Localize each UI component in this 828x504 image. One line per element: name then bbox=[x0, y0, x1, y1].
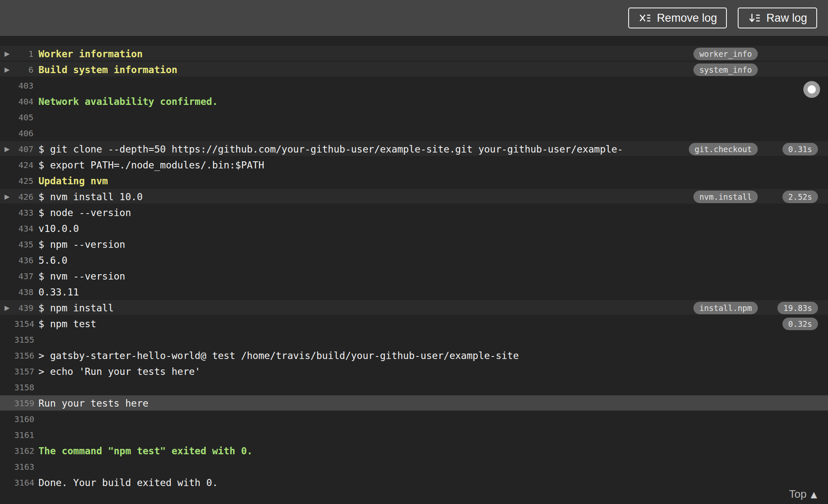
log-line: ▶ 3158 bbox=[0, 379, 828, 395]
line-number[interactable]: 433 bbox=[14, 205, 33, 221]
log-text: > gatsby-starter-hello-world@ test /home… bbox=[38, 348, 828, 364]
line-number[interactable]: 3157 bbox=[14, 364, 33, 379]
line-number[interactable]: 3164 bbox=[14, 475, 33, 491]
log-text: $ node --version bbox=[38, 205, 828, 221]
log-text: > echo 'Run your tests here' bbox=[38, 364, 828, 379]
log-line: ▶ 433 $ node --version bbox=[0, 205, 828, 221]
log-line: ▶ 1 Worker information worker_info bbox=[0, 46, 828, 62]
scroll-marker-icon[interactable] bbox=[803, 81, 820, 98]
line-number[interactable]: 426 bbox=[14, 189, 33, 205]
duration-badge: 0.32s bbox=[782, 318, 818, 330]
fold-name-badge: nvm.install bbox=[693, 191, 758, 203]
log-text: v10.0.0 bbox=[38, 221, 828, 237]
log-text: 0.33.11 bbox=[38, 284, 828, 300]
log-line: ▶ 404 Network availability confirmed. bbox=[0, 94, 828, 109]
log-line: ▶ 435 $ npm --version bbox=[0, 237, 828, 252]
remove-log-button[interactable]: Remove log bbox=[628, 8, 727, 28]
log-line: ▶ 407 $ git clone --depth=50 https://git… bbox=[0, 141, 828, 157]
fold-toggle-icon[interactable]: ▶ bbox=[0, 300, 14, 316]
log-text: $ npm --version bbox=[38, 237, 828, 252]
log-text: Run your tests here bbox=[38, 395, 828, 411]
fold-toggle-icon[interactable]: ▶ bbox=[0, 189, 14, 205]
line-number[interactable]: 3160 bbox=[14, 411, 33, 427]
line-number[interactable]: 406 bbox=[14, 125, 33, 141]
log-line: ▶ 436 5.6.0 bbox=[0, 252, 828, 268]
log-text bbox=[38, 411, 828, 427]
line-number[interactable]: 3156 bbox=[14, 348, 33, 364]
log-line: ▶ 426 $ nvm install 10.0 nvm.install 2.5… bbox=[0, 189, 828, 205]
line-number[interactable]: 403 bbox=[14, 78, 33, 94]
log-text bbox=[38, 332, 828, 348]
duration-badge: 19.83s bbox=[777, 302, 818, 314]
log-line: ▶ 3154 $ npm test 0.32s bbox=[0, 316, 828, 332]
top-link-label: Top bbox=[789, 488, 807, 501]
line-number[interactable]: 424 bbox=[14, 157, 33, 173]
log-text bbox=[38, 379, 828, 395]
caret-up-icon: ▲ bbox=[811, 489, 817, 499]
log-line: ▶ 3156 > gatsby-starter-hello-world@ tes… bbox=[0, 348, 828, 364]
line-number[interactable]: 438 bbox=[14, 284, 33, 300]
log-line: ▶ 3164 Done. Your build exited with 0. bbox=[0, 475, 828, 491]
duration-badge: 0.31s bbox=[782, 143, 818, 155]
line-number[interactable]: 3162 bbox=[14, 443, 33, 459]
fold-toggle-icon[interactable]: ▶ bbox=[0, 62, 14, 78]
line-number[interactable]: 3161 bbox=[14, 427, 33, 443]
log-text: The command "npm test" exited with 0. bbox=[38, 443, 828, 459]
log-line: ▶ 438 0.33.11 bbox=[0, 284, 828, 300]
line-number[interactable]: 3154 bbox=[14, 316, 33, 332]
log-line: ▶ 3160 bbox=[0, 411, 828, 427]
line-number[interactable]: 404 bbox=[14, 94, 33, 109]
line-number[interactable]: 3159 bbox=[14, 395, 33, 411]
log-text: $ npm test bbox=[38, 316, 828, 332]
log-text: $ nvm --version bbox=[38, 268, 828, 284]
log-line: ▶ 3163 bbox=[0, 459, 828, 475]
fold-name-badge: git.checkout bbox=[689, 143, 758, 155]
log-text: $ export PATH=./node_modules/.bin:$PATH bbox=[38, 157, 828, 173]
fold-name-badge: install.npm bbox=[693, 302, 758, 314]
log-line: ▶ 3162 The command "npm test" exited wit… bbox=[0, 443, 828, 459]
line-number[interactable]: 407 bbox=[14, 141, 33, 157]
remove-log-icon bbox=[638, 12, 651, 24]
fold-toggle-icon[interactable]: ▶ bbox=[0, 141, 14, 157]
log-text bbox=[38, 125, 828, 141]
log-line: ▶ 3155 bbox=[0, 332, 828, 348]
line-number[interactable]: 6 bbox=[14, 62, 33, 78]
line-number[interactable]: 425 bbox=[14, 173, 33, 189]
line-number[interactable]: 405 bbox=[14, 109, 33, 125]
line-number[interactable]: 436 bbox=[14, 252, 33, 268]
line-number[interactable]: 439 bbox=[14, 300, 33, 316]
log-toolbar: Remove log Raw log bbox=[0, 0, 828, 36]
line-number[interactable]: 435 bbox=[14, 237, 33, 252]
log-line: ▶ 439 $ npm install install.npm 19.83s bbox=[0, 300, 828, 316]
line-number[interactable]: 434 bbox=[14, 221, 33, 237]
log-lines: ▶ 1 Worker information worker_info ▶ 6 B… bbox=[0, 46, 828, 491]
log-line: ▶ 405 bbox=[0, 109, 828, 125]
line-number[interactable]: 3158 bbox=[14, 379, 33, 395]
raw-log-label: Raw log bbox=[766, 12, 807, 25]
remove-log-label: Remove log bbox=[657, 12, 717, 25]
log-line: ▶ 406 bbox=[0, 125, 828, 141]
line-number[interactable]: 3163 bbox=[14, 459, 33, 475]
raw-log-button[interactable]: Raw log bbox=[738, 8, 817, 28]
log-line: ▶ 434 v10.0.0 bbox=[0, 221, 828, 237]
log-line: ▶ 425 Updating nvm bbox=[0, 173, 828, 189]
log-text: Done. Your build exited with 0. bbox=[38, 475, 828, 491]
log-text bbox=[38, 109, 828, 125]
log-line: ▶ 403 bbox=[0, 78, 828, 94]
fold-name-badge: system_info bbox=[693, 64, 758, 76]
line-number[interactable]: 1 bbox=[14, 46, 33, 62]
log-line: ▶ 424 $ export PATH=./node_modules/.bin:… bbox=[0, 157, 828, 173]
log-line: ▶ 6 Build system information system_info bbox=[0, 62, 828, 78]
fold-toggle-icon[interactable]: ▶ bbox=[0, 46, 14, 62]
scroll-to-top-link[interactable]: Top ▲ bbox=[789, 488, 817, 501]
fold-name-badge: worker_info bbox=[693, 48, 758, 60]
duration-badge: 2.52s bbox=[782, 191, 818, 203]
log-line: ▶ 3161 bbox=[0, 427, 828, 443]
raw-log-icon bbox=[748, 12, 760, 24]
log-line: ▶ 3159 Run your tests here bbox=[0, 395, 828, 411]
log-line: ▶ 437 $ nvm --version bbox=[0, 268, 828, 284]
log-text bbox=[38, 459, 828, 475]
line-number[interactable]: 437 bbox=[14, 268, 33, 284]
build-log: ▶ 1 Worker information worker_info ▶ 6 B… bbox=[0, 36, 828, 504]
line-number[interactable]: 3155 bbox=[14, 332, 33, 348]
